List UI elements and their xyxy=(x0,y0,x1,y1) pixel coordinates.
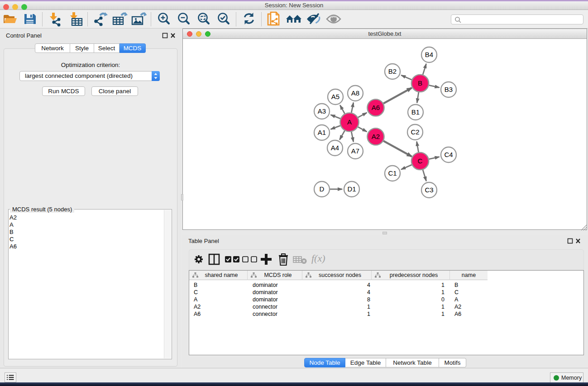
svg-text:A8: A8 xyxy=(351,89,359,97)
svg-text:A2: A2 xyxy=(372,133,380,140)
svg-text:A4: A4 xyxy=(331,144,339,152)
svg-text:B1: B1 xyxy=(411,108,420,116)
svg-text:D: D xyxy=(320,185,325,193)
svg-text:A: A xyxy=(347,118,352,126)
svg-text:C3: C3 xyxy=(425,186,433,194)
svg-text:C: C xyxy=(418,157,423,165)
svg-text:A1: A1 xyxy=(318,129,326,136)
svg-text:A6: A6 xyxy=(372,104,380,111)
svg-text:C4: C4 xyxy=(444,151,453,158)
svg-text:B3: B3 xyxy=(445,86,453,93)
svg-text:B2: B2 xyxy=(388,67,397,75)
svg-text:C2: C2 xyxy=(411,128,419,136)
svg-text:A5: A5 xyxy=(331,93,339,100)
svg-text:B: B xyxy=(418,79,422,87)
svg-text:D1: D1 xyxy=(347,185,356,193)
svg-text:A7: A7 xyxy=(351,147,359,155)
svg-text:C1: C1 xyxy=(388,169,397,177)
svg-text:A3: A3 xyxy=(318,107,326,115)
svg-text:B4: B4 xyxy=(425,51,433,58)
